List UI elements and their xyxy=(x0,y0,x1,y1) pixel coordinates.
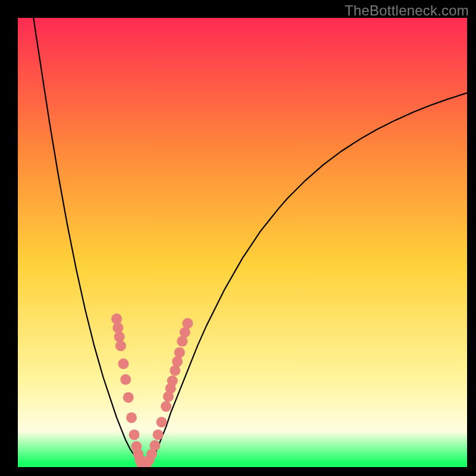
chart-frame: TheBottleneck.com xyxy=(0,0,476,476)
data-point xyxy=(156,417,167,428)
plot-area xyxy=(18,18,467,467)
plot-svg xyxy=(18,18,467,467)
data-point xyxy=(129,430,140,440)
gradient-background xyxy=(18,18,467,467)
data-point xyxy=(170,365,180,376)
data-point xyxy=(153,430,164,440)
data-point xyxy=(174,347,185,358)
data-point xyxy=(114,331,125,342)
data-point xyxy=(149,440,160,451)
data-point xyxy=(167,375,178,386)
data-point xyxy=(161,401,171,412)
data-point xyxy=(120,374,131,385)
watermark-text: TheBottleneck.com xyxy=(345,2,469,19)
data-point xyxy=(182,318,193,328)
data-point xyxy=(111,314,122,324)
data-point xyxy=(126,412,137,423)
data-point xyxy=(112,322,123,333)
data-point xyxy=(172,356,183,367)
data-point xyxy=(115,340,126,351)
data-point xyxy=(123,392,134,403)
data-point xyxy=(118,358,129,369)
